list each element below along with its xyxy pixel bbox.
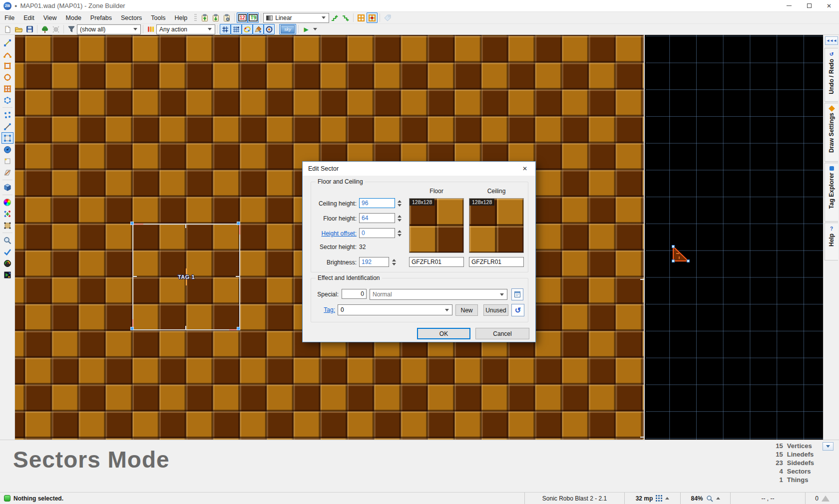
cancel-button[interactable]: Cancel: [475, 328, 529, 339]
brightness-spinner[interactable]: [391, 256, 398, 267]
menu-file[interactable]: File: [0, 12, 19, 23]
ceiling-texture-preview[interactable]: 128x128: [469, 198, 524, 253]
filter-things-button[interactable]: [1, 208, 13, 220]
brightness-input[interactable]: [359, 257, 389, 267]
brightness-mode-button[interactable]: [1, 155, 13, 167]
dialog-title-bar[interactable]: Edit Sector ✕: [303, 162, 535, 176]
menu-view[interactable]: View: [39, 12, 61, 23]
height-offset-input[interactable]: [359, 228, 395, 238]
full-brightness-toggle[interactable]: sky: [279, 24, 296, 34]
fade-geometry-button[interactable]: [1, 220, 13, 231]
open-map-button[interactable]: [13, 24, 24, 34]
new-map-button[interactable]: [2, 24, 13, 34]
ceiling-height-input[interactable]: [359, 198, 395, 208]
vertex-dot[interactable]: [130, 327, 134, 330]
insert-thing-numbers-toggle[interactable]: 12: [237, 12, 248, 23]
snap-to-geometry-toggle[interactable]: [242, 24, 253, 34]
tab-draw-settings[interactable]: Draw Settings: [825, 103, 838, 162]
draw-grid-button[interactable]: [1, 83, 13, 94]
tag-combo[interactable]: 0: [338, 304, 452, 315]
statistics-dropdown-button[interactable]: [823, 442, 834, 451]
close-button[interactable]: ✕: [819, 0, 839, 11]
visual-mode-button[interactable]: [1, 182, 13, 193]
reload-resources-button[interactable]: [39, 24, 50, 34]
expand-panel-button[interactable]: ◄◄◄: [825, 36, 838, 45]
copy-properties-button[interactable]: [199, 12, 210, 23]
special-effect-combo[interactable]: Normal: [370, 289, 507, 300]
paste-properties-button[interactable]: [210, 12, 221, 23]
view-selected-things-button[interactable]: [356, 12, 367, 23]
merge-geometry-toggle[interactable]: [264, 24, 275, 34]
draw-lines-button[interactable]: [1, 37, 13, 48]
slope-mode-button[interactable]: [1, 167, 13, 178]
zoom-control[interactable]: 84%: [680, 493, 730, 504]
unused-tag-button[interactable]: Unused: [483, 304, 508, 316]
paste-special-button[interactable]: [221, 12, 232, 23]
snap-to-grid-toggle[interactable]: [220, 24, 231, 34]
special-value-input[interactable]: [342, 289, 367, 299]
tab-tag-explorer[interactable]: Tag Explorer: [825, 163, 838, 222]
draw-ellipse-button[interactable]: [1, 71, 13, 83]
floor-texture-name-input[interactable]: [409, 257, 464, 267]
test-map-button[interactable]: ▶: [301, 24, 312, 34]
tab-help[interactable]: ? Help: [825, 223, 838, 260]
action-filter-combo[interactable]: Any action: [156, 24, 215, 34]
dialog-close-button[interactable]: ✕: [514, 162, 535, 176]
menu-sectors[interactable]: Sectors: [116, 12, 146, 23]
reload-things-button[interactable]: [50, 24, 61, 34]
draw-curve-button[interactable]: [1, 48, 13, 60]
floor-height-spinner[interactable]: [396, 213, 403, 224]
vertices-mode-button[interactable]: [1, 109, 13, 121]
vertex-dot[interactable]: [687, 260, 690, 262]
floor-height-input[interactable]: [359, 213, 395, 223]
draw-freeform-button[interactable]: [1, 94, 13, 106]
sectors-mode-button[interactable]: [1, 132, 13, 144]
gradient-mode-combo[interactable]: Linear: [263, 13, 329, 23]
reset-tag-button[interactable]: ↺: [511, 304, 524, 316]
find-replace-button[interactable]: [1, 235, 13, 246]
gradient-ceilings-button[interactable]: [340, 12, 351, 23]
vertex-dot[interactable]: [237, 327, 240, 330]
dynamic-grid-toggle[interactable]: [231, 24, 242, 34]
menu-help[interactable]: Help: [170, 12, 192, 23]
save-map-button[interactable]: [24, 24, 35, 34]
height-offset-spinner[interactable]: [396, 228, 403, 239]
grid-size-control[interactable]: 32 mp: [624, 493, 680, 504]
vertex-dot[interactable]: [672, 260, 675, 262]
floor-texture-preview[interactable]: 128x128: [409, 198, 464, 253]
auto-clear-sidedefs-toggle[interactable]: [253, 24, 264, 34]
browse-effect-button[interactable]: [511, 288, 523, 300]
script-editor-button[interactable]: [1, 269, 13, 280]
vertex-dot[interactable]: [237, 222, 240, 225]
tag-link[interactable]: Tag:: [308, 306, 335, 313]
vertex-dot[interactable]: [672, 246, 675, 248]
triangle-sector[interactable]: [664, 239, 694, 268]
tab-undo-redo[interactable]: ↺ Undo / Redo: [825, 48, 838, 102]
maximize-button[interactable]: [799, 0, 819, 11]
fixed-things-scale-toggle[interactable]: [367, 12, 378, 23]
menu-prefabs[interactable]: Prefabs: [86, 12, 116, 23]
height-offset-link[interactable]: Height offset:: [308, 230, 357, 237]
menu-mode[interactable]: Mode: [61, 12, 86, 23]
ceiling-texture-name-input[interactable]: [469, 257, 524, 267]
menu-edit[interactable]: Edit: [19, 12, 39, 23]
view-brightness-button[interactable]: [1, 197, 13, 208]
test-map-options-button[interactable]: [312, 24, 319, 34]
things-mode-button[interactable]: [1, 144, 13, 155]
ok-button[interactable]: OK: [417, 328, 470, 339]
vertex-dot[interactable]: [130, 222, 134, 225]
tag-statistics-button[interactable]: [382, 12, 393, 23]
new-tag-button[interactable]: New: [455, 304, 478, 316]
linedefs-mode-button[interactable]: [1, 121, 13, 132]
gradient-floors-button[interactable]: [329, 12, 340, 23]
warnings-indicator[interactable]: 0: [805, 493, 839, 504]
ceiling-height-spinner[interactable]: [396, 198, 403, 209]
things-filter-combo[interactable]: (show all): [77, 24, 141, 34]
map-canvas[interactable]: TAG 1 Edit Sector ✕ Floor and Ceiling Fl…: [15, 35, 823, 440]
things-filter-button[interactable]: [66, 24, 77, 34]
minimize-button[interactable]: [779, 0, 799, 11]
insert-thing-types-toggle[interactable]: T9: [248, 12, 259, 23]
menu-tools[interactable]: Tools: [146, 12, 170, 23]
map-analysis-button[interactable]: [1, 246, 13, 257]
draw-rectangle-button[interactable]: [1, 60, 13, 71]
